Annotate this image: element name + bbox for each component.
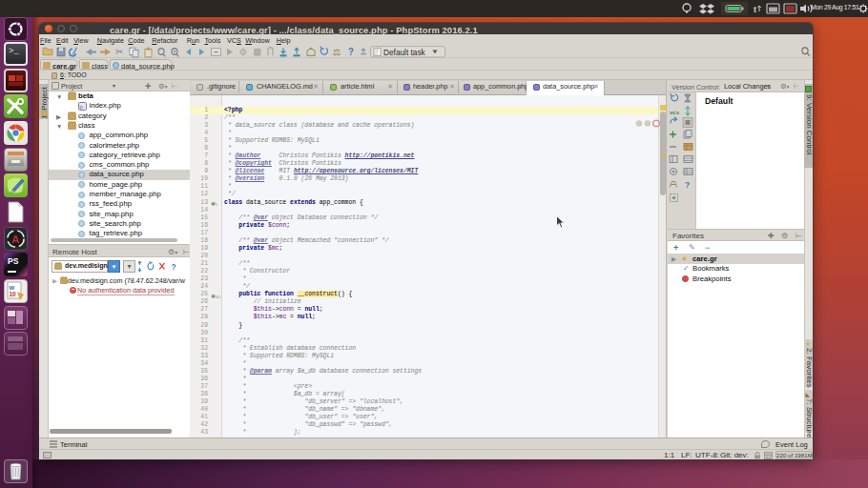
svg-text:?: ? — [171, 261, 176, 272]
svg-text:t: t — [754, 5, 756, 14]
svg-text:?: ? — [348, 47, 354, 57]
svg-text:10: 10 — [10, 291, 17, 297]
svg-text:⚖: ⚖ — [333, 47, 341, 56]
svg-text:✂: ✂ — [115, 46, 124, 56]
svg-text:?: ? — [685, 180, 690, 190]
svg-text:Default task: Default task — [383, 47, 425, 56]
svg-text:A: A — [11, 233, 19, 244]
svg-text:vcs: vcs — [670, 110, 680, 115]
